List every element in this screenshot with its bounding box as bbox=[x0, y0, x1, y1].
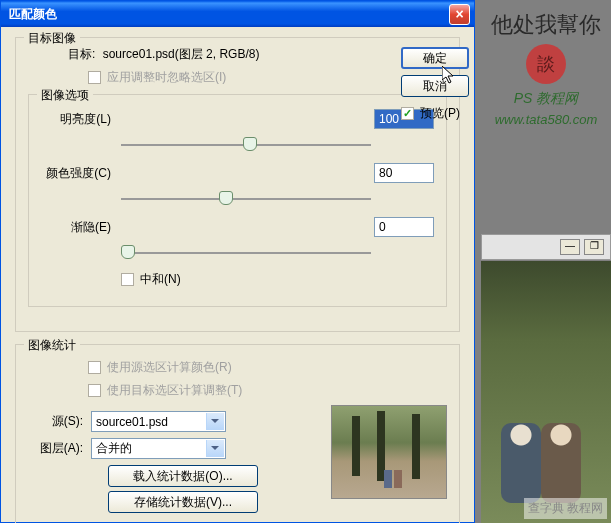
target-legend: 目标图像 bbox=[24, 30, 80, 47]
site-url: www.tata580.com bbox=[491, 112, 601, 127]
luminance-label: 明亮度(L) bbox=[41, 111, 111, 128]
background-window-controls: — ❐ bbox=[481, 234, 611, 260]
source-preview-thumbnail bbox=[331, 405, 447, 499]
layer-label: 图层(A): bbox=[28, 440, 83, 457]
use-source-sel-label: 使用源选区计算颜色(R) bbox=[107, 359, 232, 376]
minimize-icon[interactable]: — bbox=[560, 239, 580, 255]
restore-icon[interactable]: ❐ bbox=[584, 239, 604, 255]
luminance-slider[interactable] bbox=[121, 135, 371, 155]
stats-legend: 图像统计 bbox=[24, 337, 80, 354]
image-stats-group: 图像统计 使用源选区计算颜色(R) 使用目标选区计算调整(T) 源(S): so… bbox=[15, 344, 460, 523]
load-stats-button[interactable]: 载入统计数据(O)... bbox=[108, 465, 258, 487]
close-icon[interactable]: × bbox=[449, 4, 470, 25]
cancel-button[interactable]: 取消 bbox=[401, 75, 469, 97]
image-options-group: 图像选项 明亮度(L) 100 颜色强度(C) 80 bbox=[28, 94, 447, 307]
use-target-sel-label: 使用目标选区计算调整(T) bbox=[107, 382, 242, 399]
layer-select[interactable]: 合并的 bbox=[91, 438, 226, 459]
ignore-selection-checkbox bbox=[88, 71, 101, 84]
site-name: PS 教程网 bbox=[491, 90, 601, 108]
preview-label: 预览(P) bbox=[420, 105, 460, 122]
watermark: 查字典 教程网 bbox=[524, 498, 607, 519]
fade-label: 渐隐(E) bbox=[41, 219, 111, 236]
options-legend: 图像选项 bbox=[37, 87, 93, 104]
background-photo bbox=[481, 261, 611, 523]
source-select[interactable]: source01.psd bbox=[91, 411, 226, 432]
use-source-sel-checkbox bbox=[88, 361, 101, 374]
fade-slider[interactable] bbox=[121, 243, 371, 263]
neutralize-label: 中和(N) bbox=[140, 271, 181, 288]
target-image-group: 目标图像 目标: source01.psd(图层 2, RGB/8) 应用调整时… bbox=[15, 37, 460, 332]
fade-input[interactable]: 0 bbox=[374, 217, 434, 237]
target-value: source01.psd(图层 2, RGB/8) bbox=[103, 47, 260, 61]
source-label: 源(S): bbox=[28, 413, 83, 430]
intensity-label: 颜色强度(C) bbox=[41, 165, 111, 182]
target-label: 目标: bbox=[68, 47, 95, 61]
intensity-slider[interactable] bbox=[121, 189, 371, 209]
ignore-selection-label: 应用调整时忽略选区(I) bbox=[107, 69, 226, 86]
match-color-dialog: 匹配颜色 × 目标图像 目标: source01.psd(图层 2, RGB/8… bbox=[0, 0, 475, 523]
ok-button[interactable]: 确定 bbox=[401, 47, 469, 69]
save-stats-button[interactable]: 存储统计数据(V)... bbox=[108, 491, 258, 513]
titlebar[interactable]: 匹配颜色 × bbox=[1, 1, 474, 27]
preview-checkbox[interactable] bbox=[401, 107, 414, 120]
neutralize-checkbox[interactable] bbox=[121, 273, 134, 286]
dialog-title: 匹配颜色 bbox=[9, 6, 449, 23]
intensity-input[interactable]: 80 bbox=[374, 163, 434, 183]
use-target-sel-checkbox bbox=[88, 384, 101, 397]
